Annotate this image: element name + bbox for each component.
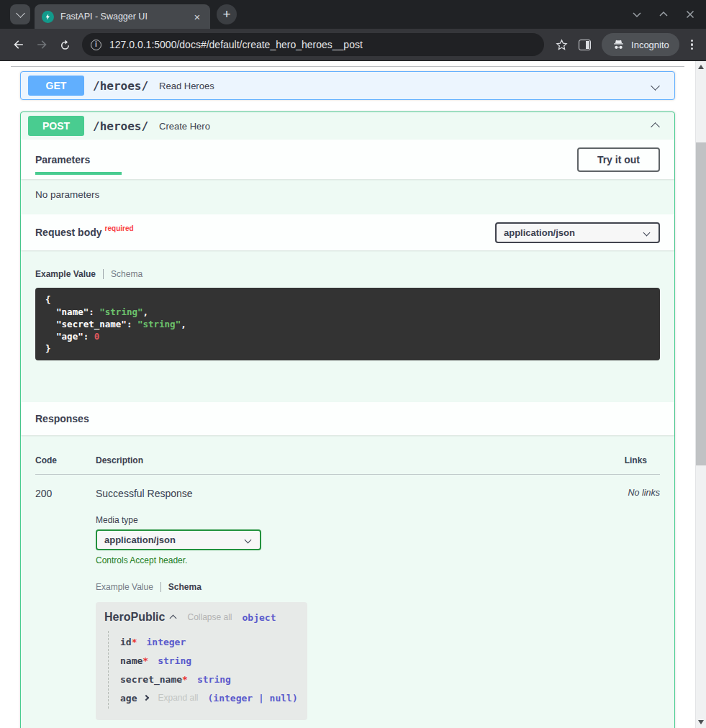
property-row-name: name* string — [120, 651, 299, 670]
column-header-description: Description — [96, 455, 608, 465]
response-200-description-cell: Successful Response Media type applicati… — [96, 475, 608, 720]
responses-section-header: Responses — [21, 402, 674, 435]
page-info-icon[interactable]: i — [91, 40, 101, 50]
incognito-badge: Incognito — [602, 33, 679, 56]
window-maximize-button[interactable] — [658, 9, 669, 20]
model-title-row: HeroPublic Collapse all object — [104, 611, 299, 624]
parameters-title: Parameters — [35, 154, 122, 175]
response-200-links: No links — [608, 475, 660, 720]
required-asterisk: * — [132, 637, 137, 647]
chevron-down-icon — [16, 9, 25, 18]
request-body-title: Request bodyrequired — [35, 227, 134, 238]
column-header-code: Code — [35, 455, 96, 465]
endpoint-path: /heroes/ — [93, 119, 148, 133]
response-422-links: No links — [608, 720, 660, 728]
method-badge-get: GET — [28, 76, 84, 96]
example-json-codeblock[interactable]: { "name": "string", "secret_name": "stri… — [35, 288, 660, 360]
property-row-secret-name: secret_name* string — [120, 670, 299, 688]
fastapi-favicon-icon — [42, 11, 54, 23]
responses-table: Code Description Links 200 Successful Re… — [35, 455, 660, 728]
new-tab-button[interactable]: + — [217, 4, 237, 24]
response-code-422: 422 — [35, 720, 96, 728]
method-badge-post: POST — [28, 116, 84, 136]
side-panel-icon — [579, 40, 591, 50]
window-minimize-button[interactable] — [631, 9, 643, 20]
forward-button[interactable] — [30, 33, 53, 56]
request-body-section: Example Value Schema { "name": "string",… — [21, 250, 674, 402]
expand-chevron-right-icon[interactable] — [143, 695, 149, 701]
model-properties: id* integer name* string secret_name* — [108, 631, 299, 709]
model-collapse-chevron-icon[interactable] — [170, 615, 177, 622]
expand-all-link[interactable]: Expand all — [158, 693, 198, 703]
request-body-section-header: Request bodyrequired application/json — [21, 214, 674, 250]
swagger-page: GET /heroes/ Read Heroes POST /heroes/ C… — [0, 61, 706, 728]
scrollbar-thumb[interactable] — [696, 142, 706, 465]
opblock-get-header[interactable]: GET /heroes/ Read Heroes — [21, 72, 674, 99]
media-type-label: Media type — [96, 515, 608, 525]
bookmark-star-button[interactable] — [550, 33, 573, 56]
window-close-button[interactable] — [684, 9, 696, 20]
no-parameters-text: No parameters — [21, 179, 674, 214]
chevron-down-icon — [245, 537, 252, 544]
response-media-type-select[interactable]: application/json — [96, 529, 261, 550]
collapse-chevron-up-icon[interactable] — [652, 119, 659, 133]
window-controls — [631, 0, 696, 29]
model-title: HeroPublic — [104, 611, 165, 624]
endpoint-path: /heroes/ — [93, 79, 148, 93]
browser-window: FastAPI - Swagger UI × + i 1 — [0, 0, 706, 728]
required-asterisk: * — [182, 674, 188, 685]
tab-schema[interactable]: Schema — [161, 582, 209, 592]
response-tabs: Example Value Schema — [96, 582, 608, 592]
chevron-down-icon — [643, 229, 651, 236]
endpoint-summary: Read Heroes — [159, 81, 214, 91]
section-divider — [11, 66, 684, 67]
swagger-content: GET /heroes/ Read Heroes POST /heroes/ C… — [0, 61, 695, 728]
incognito-label: Incognito — [631, 40, 669, 50]
response-200-description: Successful Response — [96, 488, 608, 499]
request-content-type-select[interactable]: application/json — [495, 222, 660, 243]
url-text[interactable]: 127.0.0.1:5000/docs#/default/create_hero… — [109, 39, 363, 50]
request-body-tabs: Example Value Schema — [35, 269, 660, 279]
responses-title: Responses — [35, 413, 89, 424]
property-row-age: age Expand all (integer | null) — [120, 688, 299, 707]
required-asterisk: * — [142, 655, 148, 666]
property-row-id: id* integer — [120, 632, 299, 651]
tab-title: FastAPI - Swagger UI — [60, 12, 190, 22]
parameters-section-header: Parameters Try it out — [21, 140, 674, 179]
scrollbar-down-arrow[interactable] — [698, 720, 704, 724]
collapse-all-link[interactable]: Collapse all — [187, 612, 232, 622]
tab-close-icon[interactable]: × — [190, 9, 204, 24]
response-422-description: Validation Error — [96, 720, 608, 728]
required-label: required — [105, 224, 134, 232]
tab-search-button[interactable] — [10, 4, 30, 24]
scrollbar-up-arrow[interactable] — [698, 65, 704, 69]
expand-chevron-down-icon[interactable] — [652, 79, 659, 92]
tab-example-value[interactable]: Example Value — [96, 582, 160, 592]
accept-header-note: Controls Accept header. — [96, 555, 608, 565]
model-type: object — [243, 612, 276, 623]
url-bar[interactable]: i 127.0.0.1:5000/docs#/default/create_he… — [82, 33, 544, 56]
response-code-200: 200 — [35, 475, 96, 720]
browser-toolbar: i 127.0.0.1:5000/docs#/default/create_he… — [0, 29, 706, 61]
responses-section: Code Description Links 200 Successful Re… — [21, 435, 674, 728]
tab-strip: FastAPI - Swagger UI × + — [0, 0, 706, 29]
opblock-get-heroes: GET /heroes/ Read Heroes — [20, 71, 675, 100]
endpoint-summary: Create Hero — [159, 121, 210, 132]
back-button[interactable] — [7, 33, 30, 56]
opblock-post-heroes: POST /heroes/ Create Hero Parameters Try… — [20, 112, 675, 728]
column-header-links: Links — [608, 455, 660, 465]
browser-tab[interactable]: FastAPI - Swagger UI × — [35, 4, 210, 29]
try-it-out-button[interactable]: Try it out — [577, 147, 660, 172]
opblock-post-header[interactable]: POST /heroes/ Create Hero — [21, 112, 674, 140]
tab-example-value[interactable]: Example Value — [35, 269, 103, 279]
side-panel-button[interactable] — [573, 33, 596, 56]
reload-button[interactable] — [53, 33, 76, 56]
browser-menu-button[interactable] — [685, 34, 699, 56]
schema-model-box: HeroPublic Collapse all object id* integ… — [96, 602, 307, 720]
page-scrollbar[interactable] — [695, 61, 706, 728]
tab-schema[interactable]: Schema — [104, 269, 150, 279]
incognito-icon — [612, 38, 625, 52]
